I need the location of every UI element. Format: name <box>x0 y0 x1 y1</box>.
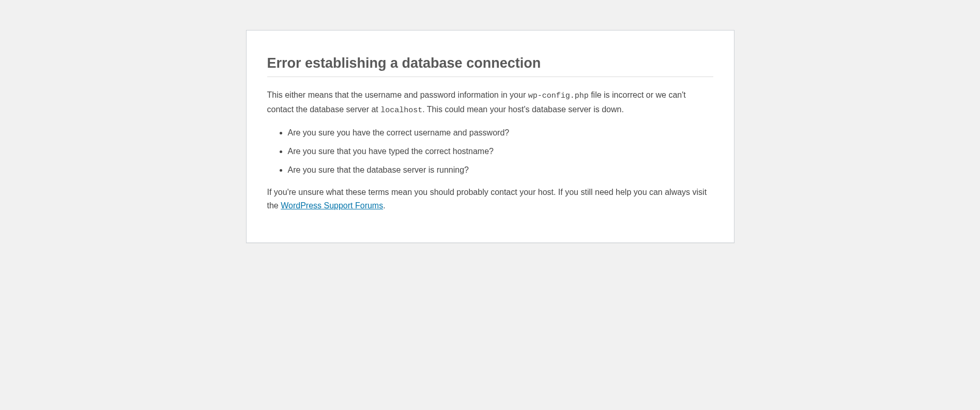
error-panel: Error establishing a database connection… <box>246 30 734 243</box>
list-item: Are you sure that you have typed the cor… <box>288 145 713 158</box>
list-item: Are you sure you have the correct userna… <box>288 127 713 139</box>
support-forums-link[interactable]: WordPress Support Forums <box>281 201 383 210</box>
intro-text-3: . This could mean your host's database s… <box>422 105 624 114</box>
intro-text-1: This either means that the username and … <box>267 90 528 99</box>
help-text-2: . <box>383 201 385 210</box>
page-title: Error establishing a database connection <box>267 41 713 77</box>
questions-list: Are you sure you have the correct userna… <box>267 127 713 176</box>
db-host-code: localhost <box>380 106 422 115</box>
intro-paragraph: This either means that the username and … <box>267 88 713 117</box>
config-file-code: wp-config.php <box>528 92 589 100</box>
list-item: Are you sure that the database server is… <box>288 164 713 176</box>
help-paragraph: If you're unsure what these terms mean y… <box>267 186 713 213</box>
